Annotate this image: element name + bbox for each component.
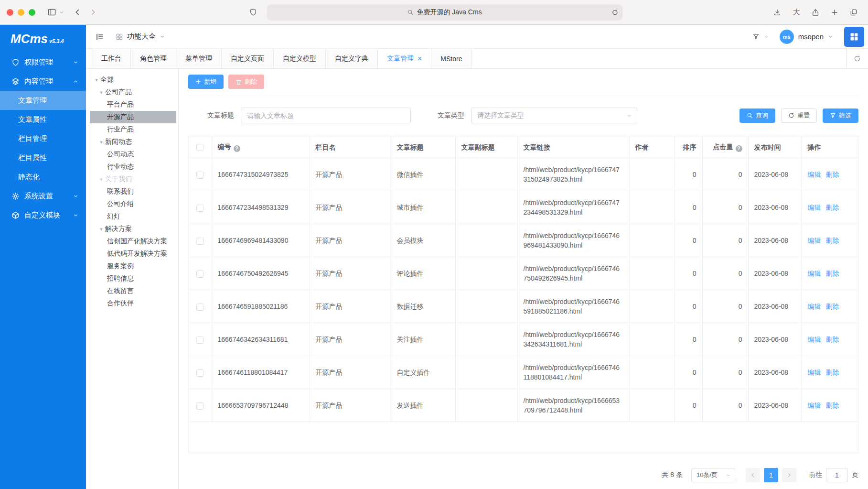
chevron-down-icon[interactable] xyxy=(764,34,769,39)
tree-node[interactable]: 服务案例 xyxy=(90,260,176,272)
caret-down-icon[interactable]: ▾ xyxy=(97,139,105,145)
reload-icon[interactable] xyxy=(611,9,618,16)
row-checkbox[interactable] xyxy=(196,369,204,377)
select-all-checkbox[interactable] xyxy=(196,144,204,151)
delete-link[interactable]: 删除 xyxy=(826,402,839,409)
row-checkbox[interactable] xyxy=(196,238,204,245)
tab-close-icon[interactable]: × xyxy=(418,55,422,63)
tab-item[interactable]: 工作台 xyxy=(92,49,131,68)
text-size-icon[interactable]: 大 xyxy=(789,5,804,20)
row-checkbox[interactable] xyxy=(196,304,204,311)
address-bar[interactable]: 免费开源的 Java Cms xyxy=(267,4,622,21)
zoom-window-button[interactable] xyxy=(29,9,35,16)
tree-node[interactable]: 合作伙伴 xyxy=(90,297,176,310)
goto-page-input[interactable] xyxy=(826,468,848,482)
row-checkbox[interactable] xyxy=(196,402,204,410)
tree-node[interactable]: 幻灯 xyxy=(90,210,176,223)
edit-link[interactable]: 编辑 xyxy=(808,237,821,244)
sidebar-item[interactable]: 自定义模块 xyxy=(0,206,86,225)
delete-link[interactable]: 删除 xyxy=(826,336,839,343)
row-checkbox[interactable] xyxy=(196,172,204,179)
caret-down-icon[interactable]: ▾ xyxy=(97,176,105,183)
edit-link[interactable]: 编辑 xyxy=(808,336,821,343)
sidebar-item[interactable]: 内容管理 xyxy=(0,72,86,91)
minimize-window-button[interactable] xyxy=(18,9,24,16)
delete-button[interactable]: 删除 xyxy=(228,75,264,89)
tree-node[interactable]: 公司动态 xyxy=(90,148,176,161)
sidebar-item[interactable]: 系统设置 xyxy=(0,186,86,206)
delete-link[interactable]: 删除 xyxy=(826,204,839,211)
tree-node[interactable]: 在线留言 xyxy=(90,285,176,297)
filter-button[interactable]: 筛选 xyxy=(823,109,858,123)
chevron-down-icon[interactable] xyxy=(59,10,64,15)
tree-node[interactable]: 行业动态 xyxy=(90,161,176,173)
search-button[interactable]: 查询 xyxy=(739,109,775,123)
tree-node[interactable]: ▾公司产品 xyxy=(90,86,176,98)
tree-node[interactable]: 招聘信息 xyxy=(90,272,176,285)
downloads-icon[interactable] xyxy=(770,5,785,20)
delete-link[interactable]: 删除 xyxy=(826,171,839,178)
edit-link[interactable]: 编辑 xyxy=(808,369,821,376)
avatar[interactable]: ms xyxy=(780,30,794,44)
prev-page-button[interactable] xyxy=(746,468,760,482)
delete-link[interactable]: 删除 xyxy=(826,270,839,277)
chevron-down-icon[interactable] xyxy=(828,34,833,39)
row-checkbox[interactable] xyxy=(196,205,204,212)
tree-node[interactable]: ▾新闻动态 xyxy=(90,136,176,148)
tree-node[interactable]: 信创国产化解决方案 xyxy=(90,235,176,248)
tab-item[interactable]: 角色管理 xyxy=(131,49,176,68)
username[interactable]: msopen xyxy=(798,33,824,41)
forward-button[interactable] xyxy=(85,5,100,20)
delete-link[interactable]: 删除 xyxy=(826,237,839,244)
tab-item[interactable]: 自定义页面 xyxy=(222,49,274,68)
tree-node[interactable]: 平台产品 xyxy=(90,98,176,111)
new-tab-icon[interactable] xyxy=(827,5,842,20)
refresh-tab-button[interactable] xyxy=(846,49,868,68)
tree-node[interactable]: ▾解决方案 xyxy=(90,223,176,235)
delete-link[interactable]: 删除 xyxy=(826,369,839,376)
tree-node[interactable]: ▾关于我们 xyxy=(90,173,176,185)
tab-overview-icon[interactable] xyxy=(846,5,861,20)
reset-button[interactable]: 重置 xyxy=(781,109,817,123)
caret-down-icon[interactable]: ▾ xyxy=(97,226,105,232)
edit-link[interactable]: 编辑 xyxy=(808,171,821,178)
tree-node[interactable]: 公司介绍 xyxy=(90,198,176,210)
sidebar-subitem[interactable]: 栏目属性 xyxy=(0,148,86,167)
tree-node[interactable]: 行业产品 xyxy=(90,123,176,136)
tab-item[interactable]: 自定义字典 xyxy=(326,49,378,68)
menu-fold-icon[interactable] xyxy=(96,33,104,41)
sidebar-subitem[interactable]: 文章管理 xyxy=(0,91,86,110)
row-checkbox[interactable] xyxy=(196,271,204,278)
type-filter-select[interactable]: 请选择文章类型 xyxy=(471,108,637,123)
tree-node[interactable]: ▾全部 xyxy=(90,74,176,86)
feature-nav[interactable]: 功能大全 xyxy=(112,32,169,41)
tree-node[interactable]: 开源产品 xyxy=(90,111,176,123)
tree-node[interactable]: 联系我们 xyxy=(90,185,176,198)
title-filter-input[interactable] xyxy=(241,108,411,123)
sidebar-toggle-icon[interactable] xyxy=(44,5,59,20)
edit-link[interactable]: 编辑 xyxy=(808,402,821,409)
page-size-select[interactable]: 10条/页 xyxy=(691,468,735,482)
sidebar-subitem[interactable]: 栏目管理 xyxy=(0,129,86,148)
theme-icon[interactable] xyxy=(752,33,760,40)
help-icon[interactable]: ? xyxy=(736,145,742,152)
tab-item[interactable]: 文章管理× xyxy=(378,49,431,68)
edit-link[interactable]: 编辑 xyxy=(808,204,821,211)
tab-item[interactable]: 菜单管理 xyxy=(176,49,222,68)
add-button[interactable]: 新增 xyxy=(188,75,224,89)
delete-link[interactable]: 删除 xyxy=(826,303,839,310)
caret-down-icon[interactable]: ▾ xyxy=(93,77,100,83)
close-window-button[interactable] xyxy=(7,9,13,16)
privacy-shield-icon[interactable] xyxy=(246,5,261,20)
next-page-button[interactable] xyxy=(782,468,796,482)
caret-down-icon[interactable]: ▾ xyxy=(97,89,105,96)
help-icon[interactable]: ? xyxy=(234,145,240,152)
sidebar-subitem[interactable]: 静态化 xyxy=(0,167,86,186)
sidebar-item[interactable]: 权限管理 xyxy=(0,53,86,72)
back-button[interactable] xyxy=(70,5,85,20)
tree-node[interactable]: 低代码开发解决方案 xyxy=(90,248,176,260)
row-checkbox[interactable] xyxy=(196,337,204,344)
current-page-button[interactable]: 1 xyxy=(764,468,778,482)
apps-launcher-button[interactable] xyxy=(844,27,864,47)
sidebar-subitem[interactable]: 文章属性 xyxy=(0,110,86,129)
